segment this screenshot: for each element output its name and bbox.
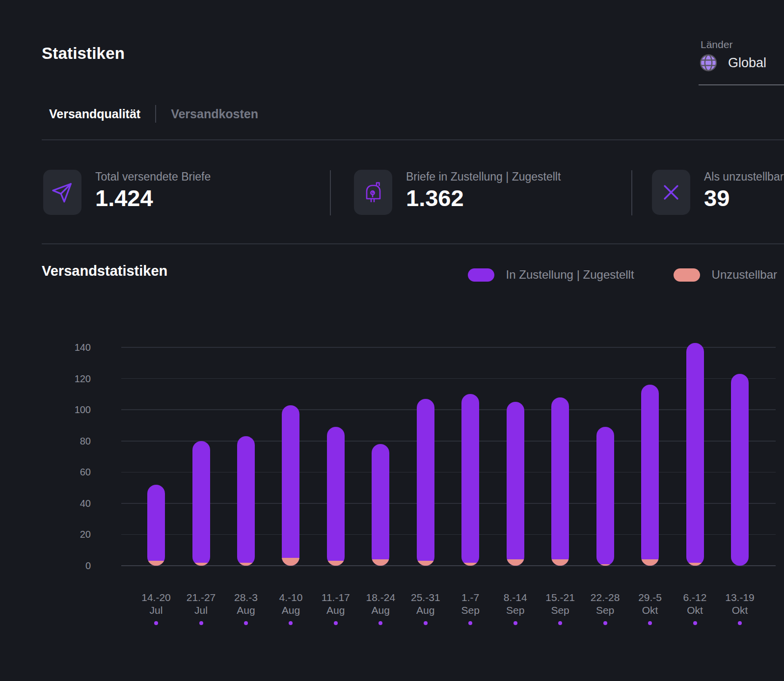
legend-swatch [674, 268, 700, 282]
bar-segment-unzustellbar [327, 561, 345, 566]
x-axis-label: 22.-28Sep [583, 591, 628, 625]
legend-item-zugestellt[interactable]: In Zustellung | Zugestellt [468, 268, 634, 282]
y-axis-tick-label: 100 [52, 404, 91, 415]
x-axis-marker-dot [289, 621, 293, 625]
x-axis-marker-dot [648, 621, 652, 625]
tab-bar: Versandqualität Versandkosten [49, 105, 258, 123]
bar-segment-unzustellbar [686, 563, 704, 566]
stat-label: Briefe in Zustellung | Zugestellt [406, 170, 561, 183]
bar-18.-24-Aug[interactable] [372, 444, 389, 566]
y-axis-tick-label: 80 [52, 436, 91, 446]
x-axis-label: 8.-14Sep [493, 591, 538, 625]
x-axis-marker-dot [603, 621, 607, 625]
bar-14.-20-Jul[interactable] [147, 485, 165, 566]
bar-4.-10-Aug[interactable] [282, 405, 299, 566]
mailbox-icon [354, 170, 392, 215]
x-axis-marker-dot [468, 621, 472, 625]
gridline [121, 441, 776, 442]
gridline [121, 378, 776, 379]
globe-icon [699, 53, 718, 73]
y-axis-tick-label: 0 [52, 560, 91, 571]
x-axis-label: 21.-27Jul [179, 591, 224, 625]
bar-segment-unzustellbar [372, 559, 389, 566]
page-title: Statistiken [42, 44, 125, 63]
x-axis-label: 6.-12Okt [673, 591, 718, 625]
bar-segment-unzustellbar [596, 564, 614, 566]
legend-label: Unzustellbar [712, 268, 777, 282]
bar-13.-19-Okt[interactable] [731, 374, 749, 566]
x-axis-label: 1.-7Sep [448, 591, 493, 625]
bar-1.-7-Sep[interactable] [461, 394, 479, 566]
legend-swatch [468, 268, 494, 282]
bar-segment-unzustellbar [551, 559, 569, 566]
gridline [121, 534, 776, 535]
y-axis-tick-label: 40 [52, 498, 91, 509]
gridline [121, 472, 776, 473]
x-axis-marker-dot [154, 621, 158, 625]
x-axis-label: 13.-19Okt [717, 591, 762, 625]
tab-versandqualitaet[interactable]: Versandqualität [49, 107, 140, 121]
x-axis-marker-dot [334, 621, 338, 625]
tab-separator [155, 105, 156, 123]
stat-label: Total versendete Briefe [95, 170, 211, 183]
stat-value: 39 [704, 184, 730, 211]
x-axis-marker-dot [378, 621, 382, 625]
x-axis-marker-dot [199, 621, 203, 625]
chart-legend: In Zustellung | Zugestellt Unzustellbar [468, 268, 777, 282]
country-selector-underline [699, 84, 784, 85]
bar-segment-unzustellbar [192, 563, 210, 566]
bar-chart: 02040608010012014014.-20Jul21.-27Jul28.-… [0, 0, 784, 681]
section-divider [42, 243, 784, 244]
country-selector-value: Global [728, 55, 766, 71]
chart-section-title: Versandstatistiken [42, 263, 167, 279]
bar-8.-14-Sep[interactable] [507, 402, 524, 566]
bar-segment-unzustellbar [417, 561, 434, 566]
country-selector-label: Länder [701, 39, 732, 51]
tab-versandkosten[interactable]: Versandkosten [171, 107, 258, 121]
legend-item-unzustellbar[interactable]: Unzustellbar [674, 268, 777, 282]
x-axis-marker-dot [693, 621, 697, 625]
bar-6.-12-Okt[interactable] [686, 343, 704, 566]
bar-28.-3-Aug[interactable] [237, 436, 255, 566]
bar-segment-unzustellbar [282, 558, 299, 566]
bar-segment-unzustellbar [461, 563, 479, 566]
x-axis-marker-dot [424, 621, 428, 625]
y-axis-tick-label: 120 [52, 373, 91, 384]
tabs-divider [42, 139, 784, 140]
gridline [121, 347, 776, 348]
bar-segment-unzustellbar [507, 559, 524, 566]
x-axis-label: 15.-21Sep [538, 591, 583, 625]
stat-card-total: Total versendete Briefe 1.424 [43, 170, 318, 215]
x-axis-marker-dot [244, 621, 248, 625]
bar-15.-21-Sep[interactable] [551, 397, 569, 566]
x-axis-label: 28.-3Aug [223, 591, 269, 625]
y-axis-tick-label: 60 [52, 467, 91, 477]
bar-segment-unzustellbar [641, 559, 659, 566]
country-selector[interactable]: Global [699, 53, 766, 73]
x-axis-label: 4.-10Aug [268, 591, 313, 625]
stat-card-zugestellt: Briefe in Zustellung | Zugestellt 1.362 [354, 170, 619, 215]
stat-card-unzustellbar: Als unzustellbar 39 [652, 170, 784, 215]
cross-icon [652, 170, 690, 215]
y-axis-tick-label: 140 [52, 342, 91, 353]
bar-11.-17-Aug[interactable] [327, 427, 345, 566]
bar-22.-28-Sep[interactable] [596, 427, 614, 566]
bar-segment-unzustellbar [147, 561, 165, 566]
stat-value: 1.362 [406, 184, 464, 211]
send-icon [43, 170, 81, 215]
x-axis-label: 11.-17Aug [313, 591, 358, 625]
stat-label: Als unzustellbar [704, 170, 784, 183]
bar-25.-31-Aug[interactable] [417, 399, 434, 566]
x-axis-marker-dot [558, 621, 562, 625]
gridline [121, 503, 776, 504]
stat-divider [631, 170, 632, 215]
x-axis-marker-dot [514, 621, 517, 625]
stat-value: 1.424 [95, 184, 153, 211]
bar-29.-5-Okt[interactable] [641, 385, 659, 566]
bar-21.-27-Jul[interactable] [192, 441, 210, 566]
x-axis-label: 18.-24Aug [358, 591, 403, 625]
x-axis-marker-dot [738, 621, 742, 625]
x-axis-label: 14.-20Jul [134, 591, 179, 625]
legend-label: In Zustellung | Zugestellt [506, 268, 634, 282]
bar-segment-unzustellbar [237, 563, 255, 566]
